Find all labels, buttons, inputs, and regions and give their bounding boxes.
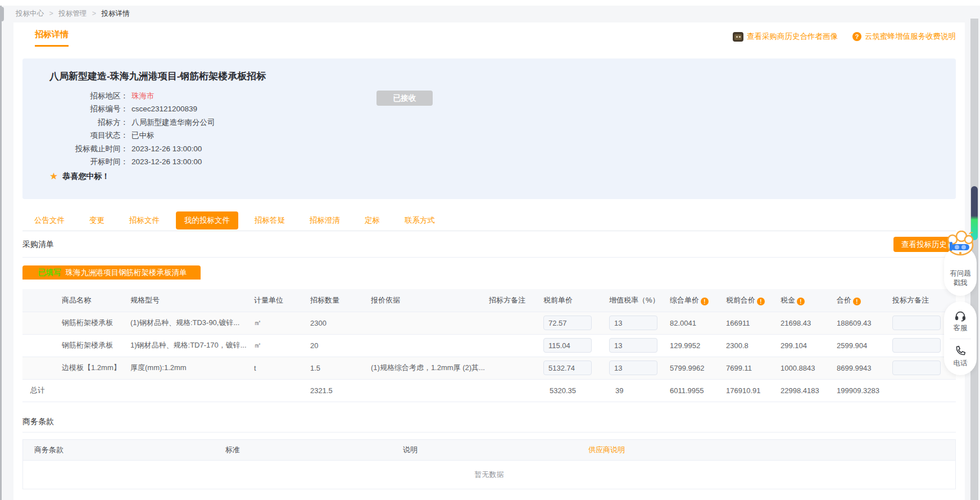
pre-tax-price-input[interactable] — [543, 361, 592, 375]
field-value: 2023-12-26 13:00:00 — [131, 142, 202, 155]
empty-cell — [130, 379, 254, 402]
field-label: 招标方： — [49, 116, 128, 129]
cell-product-name: 钢筋桁架楼承板 — [22, 312, 130, 334]
field-label: 招标地区： — [49, 89, 128, 102]
supplier-note-input[interactable] — [892, 316, 941, 330]
table-row: 钢筋桁架楼承板 1)钢材品种、规格:TD7-170，镀锌... ㎡ 20 129… — [22, 334, 956, 357]
cell-total: 188609.43 — [837, 312, 892, 334]
phone-icon — [954, 345, 967, 357]
supplier-note-input[interactable] — [892, 338, 941, 353]
cell-tax: 1000.8843 — [781, 357, 837, 379]
vat-rate-input[interactable] — [609, 361, 657, 375]
purchase-section-header: 采购清单 查看投标历史 — [22, 237, 956, 252]
tab-tender-clarification[interactable]: 招标澄清 — [301, 211, 348, 229]
vat-rate-input[interactable] — [609, 338, 657, 353]
cell-total: 8699.9943 — [837, 357, 892, 379]
view-purchaser-portrait-link[interactable]: 查看采购商历史合作者画像 — [733, 31, 838, 42]
tab-tender-qa[interactable]: 招标答疑 — [246, 211, 293, 229]
col-standard: 标准 — [214, 445, 392, 455]
supplier-note-input[interactable] — [892, 361, 941, 375]
floating-help-widget: 有问题 戳我 客服 电话 — [944, 246, 977, 375]
col-label: 综合单价 — [670, 296, 699, 304]
cell-unit: t — [254, 357, 310, 379]
table-row: 边模板【1.2mm】 厚度(mm):1.2mm t 1.5 (1)规格综合考虑，… — [22, 357, 956, 379]
col-spec-model: 规格型号 — [130, 289, 254, 312]
col-quote-basis: 报价依据 — [371, 289, 489, 312]
headset-icon — [954, 309, 967, 322]
info-icon[interactable]: ! — [853, 298, 861, 305]
tab-award[interactable]: 定标 — [356, 211, 388, 229]
breadcrumb-bid-center[interactable]: 投标中心 — [16, 10, 44, 17]
info-icon[interactable]: ! — [797, 298, 805, 305]
empty-cell — [489, 379, 543, 402]
star-icon: ★ — [49, 170, 58, 182]
col-product-name: 商品名称 — [22, 289, 130, 312]
empty-cell — [371, 379, 489, 402]
cell-pre-tax-total: 166911 — [726, 312, 781, 334]
divider — [22, 432, 956, 433]
main-card: 招标详情 查看采购商历史合作者画像 ? 云筑蜜蜂增值服务收费说明 八局新型建造-… — [13, 22, 965, 500]
col-combined-price: 综合单价! — [670, 289, 726, 312]
fee-link-label: 云筑蜜蜂增值服务收费说明 — [865, 31, 956, 42]
cell-combined-price: 82.0041 — [670, 312, 726, 334]
total-row: 总计 2321.5 5320.35 39 6011.9955 176910.91… — [22, 379, 956, 402]
cell-qty: 1.5 — [310, 357, 371, 379]
business-terms-title: 商务条款 — [22, 417, 956, 427]
total-tax: 22998.4183 — [781, 379, 837, 402]
empty-cell — [254, 379, 310, 402]
field-tender-no: 招标编号： cscec23121200839 — [49, 102, 942, 115]
portrait-link-label: 查看采购商历史合作者画像 — [747, 31, 838, 42]
cell-basis — [371, 312, 489, 334]
customer-service-item[interactable]: 客服 — [944, 309, 977, 333]
pre-tax-price-input[interactable] — [543, 316, 592, 330]
fee-explanation-link[interactable]: ? 云筑蜜蜂增值服务收费说明 — [852, 31, 956, 42]
info-icon[interactable]: ! — [701, 298, 709, 305]
tab-changes[interactable]: 变更 — [81, 211, 113, 229]
cell-basis — [371, 334, 489, 357]
field-label: 项目状态： — [49, 129, 128, 142]
help-bubble-line2: 戳我 — [944, 278, 977, 288]
total-pre-tax-price: 5320.35 — [543, 379, 609, 402]
tab-tender-detail[interactable]: 招标详情 — [35, 29, 69, 47]
field-label: 招标编号： — [49, 102, 128, 115]
tab-announcement-files[interactable]: 公告文件 — [26, 211, 73, 229]
col-unit: 计量单位 — [254, 289, 310, 312]
field-tenderer: 招标方： 八局新型建造华南分公司 — [49, 116, 942, 129]
vat-rate-input[interactable] — [609, 316, 657, 330]
breadcrumb-bid-management[interactable]: 投标管理 — [58, 10, 87, 17]
tab-contact[interactable]: 联系方式 — [396, 211, 443, 229]
help-bubble[interactable]: 有问题 戳我 — [944, 246, 977, 296]
customer-service-label: 客服 — [944, 323, 977, 333]
cell-combined-price: 129.9952 — [670, 334, 726, 357]
breadcrumb-bid-detail: 投标详情 — [102, 10, 130, 17]
col-pre-tax-total: 税前合价! — [726, 289, 781, 312]
col-tax: 税金! — [781, 289, 837, 312]
received-status-button[interactable]: 已接收 — [376, 91, 433, 106]
pre-tax-price-input[interactable] — [543, 338, 592, 353]
tab-my-bid-files[interactable]: 我的投标文件 — [176, 211, 238, 229]
phone-label: 电话 — [944, 359, 977, 368]
business-terms-table: 商务条款 标准 说明 供应商说明 暂无数据 — [22, 439, 956, 489]
field-region: 招标地区： 珠海市 — [49, 89, 942, 102]
total-label: 总计 — [22, 379, 130, 402]
tab-tender-files[interactable]: 招标文件 — [121, 211, 168, 229]
col-label: 税金 — [781, 296, 795, 304]
purchase-list-chip[interactable]: 已填写 珠海九洲港项目钢筋桁架楼承板清单 — [22, 265, 201, 280]
field-value-region[interactable]: 珠海市 — [131, 89, 155, 102]
col-label: 税前合价 — [726, 296, 755, 304]
total-pre-tax-total: 176910.91 — [726, 379, 781, 402]
bid-detail-page: 投标中心 > 投标管理 > 投标详情 招标详情 查看采购商历史合作者画像 ? 云… — [0, 0, 980, 500]
field-value: cscec23121200839 — [131, 102, 197, 115]
left-drawer-handle-icon[interactable] — [0, 7, 4, 21]
tender-title: 八局新型建造-珠海九洲港项目-钢筋桁架楼承板招标 — [49, 66, 942, 83]
tender-fields: 招标地区： 珠海市 招标编号： cscec23121200839 招标方： 八局… — [49, 89, 942, 168]
card-header: 招标详情 查看采购商历史合作者画像 ? 云筑蜜蜂增值服务收费说明 — [22, 29, 956, 54]
divider — [950, 339, 971, 339]
no-data-placeholder: 暂无数据 — [23, 461, 955, 489]
field-label: 开标时间： — [49, 155, 128, 168]
phone-item[interactable]: 电话 — [944, 345, 977, 368]
cell-combined-price: 5799.9962 — [670, 357, 726, 379]
cell-product-name: 边模板【1.2mm】 — [22, 357, 130, 379]
info-icon[interactable]: ! — [757, 298, 765, 305]
cell-qty: 2300 — [310, 312, 371, 334]
